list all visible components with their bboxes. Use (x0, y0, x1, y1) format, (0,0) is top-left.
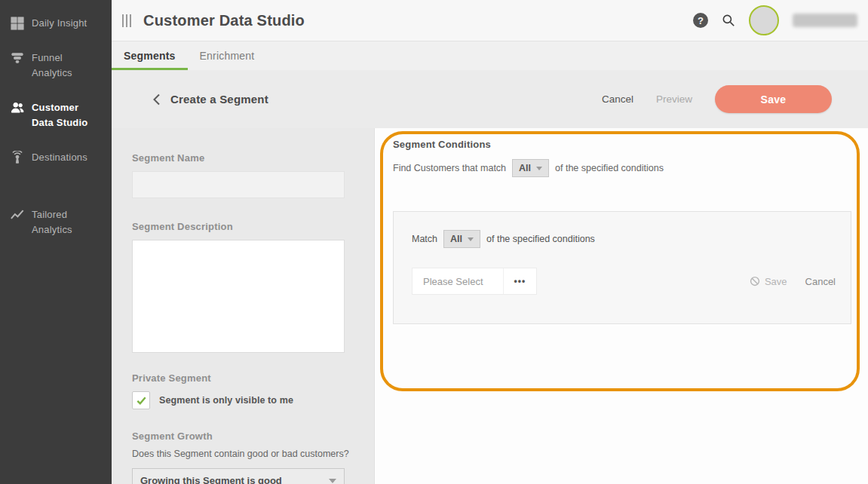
inner-match-suffix: of the specified conditions (486, 234, 595, 244)
segment-form: Segment Name Segment Description Private… (112, 128, 375, 484)
top-bar: Customer Data Studio ? (112, 0, 868, 41)
segment-actions: Cancel Preview Save (602, 85, 832, 113)
chevron-left-icon (153, 93, 161, 106)
segment-conditions-inner: Segment Conditions Find Customers that m… (375, 128, 868, 324)
condition-actions: Save Cancel (750, 276, 836, 287)
segment-conditions-title: Segment Conditions (393, 139, 868, 150)
cancel-button[interactable]: Cancel (602, 93, 633, 105)
user-avatar[interactable] (749, 5, 779, 35)
inner-match-select[interactable]: All (443, 230, 480, 248)
outer-match-select[interactable]: All (512, 159, 549, 177)
sidebar-item-tailored-analytics[interactable]: Tailored Analytics (0, 198, 112, 247)
preview-button[interactable]: Preview (656, 93, 692, 105)
sidebar-item-customer-data-studio[interactable]: Customer Data Studio (0, 90, 112, 140)
segment-conditions-panel: Segment Conditions Find Customers that m… (375, 128, 868, 484)
inner-match-prefix: Match (412, 234, 437, 244)
user-name-redacted[interactable] (793, 14, 857, 27)
help-icon[interactable]: ? (693, 13, 708, 28)
sidebar: Daily Insight Funnel Analytics Customer … (0, 0, 112, 484)
sidebar-item-destinations[interactable]: Destinations (0, 140, 112, 175)
condition-field-select[interactable]: Please Select ••• (412, 268, 537, 295)
tab-segments[interactable]: Segments (112, 41, 188, 70)
tab-enrichment[interactable]: Enrichment (188, 41, 267, 70)
app-title: Customer Data Studio (143, 12, 305, 29)
sidebar-item-label: Funnel Analytics (32, 51, 103, 81)
segment-name-input[interactable] (132, 171, 345, 198)
search-icon[interactable] (722, 14, 735, 27)
outer-match-prefix: Find Customers that match (393, 163, 506, 173)
content-area: Segment Name Segment Description Private… (112, 128, 868, 484)
chart-line-icon (11, 208, 24, 222)
tab-label: Enrichment (200, 50, 255, 62)
segment-growth-label: Segment Growth (132, 430, 374, 442)
sidebar-item-daily-insight[interactable]: Daily Insight (0, 6, 112, 41)
inner-match-row: Match All of the specified conditions (412, 230, 836, 248)
inner-match-value: All (450, 234, 462, 244)
blocked-icon (750, 276, 760, 286)
main-area: Customer Data Studio ? Segments Enrichme… (112, 0, 868, 484)
broadcast-icon (11, 151, 24, 164)
people-icon (11, 101, 24, 115)
condition-save-label: Save (765, 276, 787, 287)
chevron-down-icon (536, 167, 542, 170)
sidebar-item-label: Daily Insight (32, 16, 87, 31)
check-icon (136, 395, 147, 406)
sidebar-item-funnel-analytics[interactable]: Funnel Analytics (0, 41, 112, 90)
segment-growth-question: Does this Segment contain good or bad cu… (132, 449, 374, 459)
sub-header: Create a Segment Cancel Preview Save (112, 70, 868, 128)
more-options-button[interactable]: ••• (503, 268, 537, 294)
grid-icon (11, 17, 24, 30)
outer-match-value: All (519, 163, 531, 173)
segment-growth-select[interactable]: Growing this Segment is good (132, 468, 345, 484)
condition-group-card: Match All of the specified conditions Pl… (393, 211, 851, 324)
segment-name-label: Segment Name (132, 152, 374, 164)
private-segment-checkbox-row[interactable]: Segment is only visible to me (132, 391, 374, 409)
private-checkbox-label: Segment is only visible to me (159, 395, 293, 406)
back-button[interactable]: Create a Segment (153, 93, 268, 106)
chevron-down-icon (329, 479, 336, 483)
segment-description-textarea[interactable] (132, 240, 345, 353)
checkbox-checked[interactable] (132, 391, 150, 409)
condition-row: Please Select ••• Save Cancel (412, 268, 836, 295)
field-select-placeholder: Please Select (413, 268, 503, 294)
segment-growth-value: Growing this Segment is good (140, 475, 282, 484)
chevron-down-icon (468, 237, 474, 241)
tab-label: Segments (124, 50, 176, 62)
save-button[interactable]: Save (715, 85, 832, 113)
sidebar-item-label: Customer Data Studio (32, 100, 103, 130)
segment-description-label: Segment Description (132, 221, 374, 232)
sidebar-item-label: Destinations (32, 150, 87, 165)
funnel-icon (11, 51, 24, 65)
app-root: Daily Insight Funnel Analytics Customer … (0, 0, 868, 484)
condition-cancel-button[interactable]: Cancel (805, 276, 836, 287)
tab-bar: Segments Enrichment (112, 41, 868, 70)
private-segment-label: Private Segment (132, 372, 374, 384)
sidebar-item-label: Tailored Analytics (32, 207, 103, 237)
outer-match-row: Find Customers that match All of the spe… (393, 159, 868, 177)
grip-handle-icon[interactable] (122, 14, 131, 27)
page-title: Create a Segment (170, 93, 268, 106)
outer-match-suffix: of the specified conditions (555, 163, 664, 173)
condition-save-button-disabled[interactable]: Save (750, 276, 787, 287)
topbar-actions: ? (693, 5, 860, 35)
